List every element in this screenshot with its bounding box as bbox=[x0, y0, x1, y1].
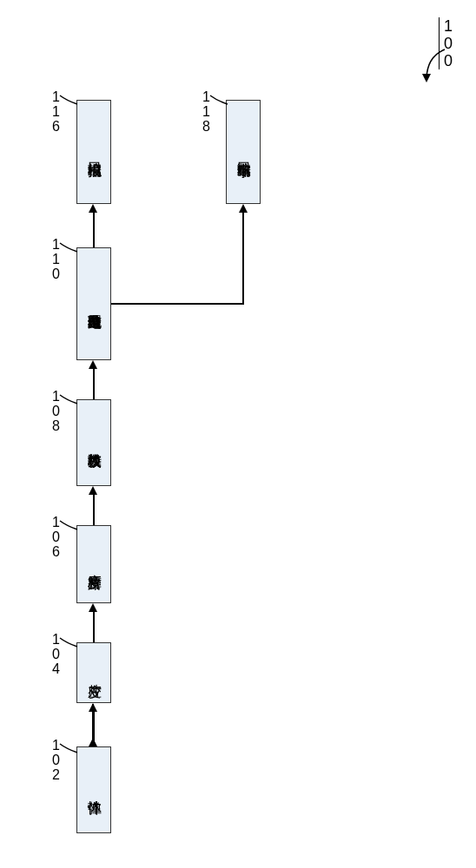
ref-curve-icon bbox=[58, 393, 80, 411]
arrow-line bbox=[111, 303, 243, 305]
arrow-line bbox=[93, 495, 95, 525]
block-digital-output: 数字输出端口 bbox=[226, 100, 261, 204]
arrow-line bbox=[93, 712, 95, 746]
block-strain-gauge: 应变片 bbox=[76, 642, 111, 703]
title-arrow-icon bbox=[419, 48, 453, 87]
ref-curve-icon bbox=[208, 94, 230, 111]
ref-curve-icon bbox=[58, 636, 80, 654]
arrow-head-icon bbox=[239, 204, 248, 213]
block-elastic-body: 弹性体 bbox=[76, 746, 111, 833]
ref-curve-icon bbox=[58, 241, 80, 259]
block-bridge-circuit: 应变片桥路 bbox=[76, 525, 111, 603]
block-adc-module: 模数转换模块 bbox=[76, 399, 111, 486]
arrow-line bbox=[93, 213, 95, 247]
block-label: 应变片桥路 bbox=[85, 562, 103, 567]
arrow-head-icon bbox=[89, 603, 97, 612]
arrow-head-icon bbox=[89, 204, 97, 213]
arrow-line bbox=[93, 369, 95, 399]
arrow-head-icon bbox=[89, 703, 97, 712]
ref-curve-icon bbox=[58, 94, 80, 111]
arrow-head-icon bbox=[89, 486, 97, 495]
arrow-line bbox=[93, 612, 95, 642]
block-analog-output: 模拟输出端口 bbox=[76, 100, 111, 204]
ref-curve-icon bbox=[58, 742, 80, 760]
arrow-head-icon bbox=[89, 360, 97, 369]
ref-curve-icon bbox=[58, 519, 80, 536]
arrow-line bbox=[242, 213, 244, 305]
block-signal-processing: 信号处理及输出电路 bbox=[76, 247, 111, 360]
